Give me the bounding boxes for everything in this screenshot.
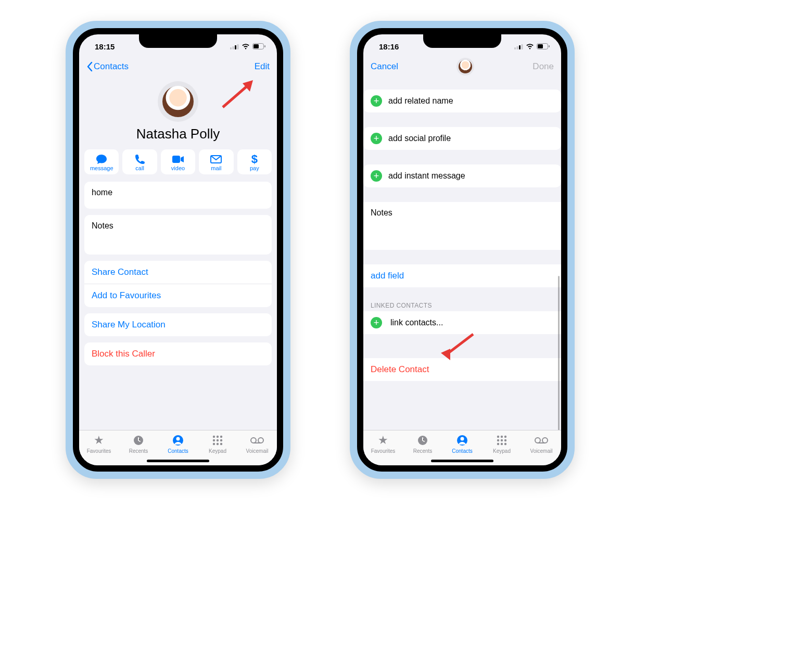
clock-icon (417, 434, 428, 447)
pay-button[interactable]: $ pay (237, 149, 272, 174)
clock: 18:16 (379, 42, 399, 51)
contact-name: Natasha Polly (79, 126, 277, 142)
home-indicator[interactable] (147, 460, 209, 462)
clock: 18:15 (95, 42, 115, 51)
svg-point-19 (217, 443, 219, 445)
notes-field[interactable]: Notes (84, 215, 272, 255)
video-button[interactable]: video (161, 149, 195, 174)
svg-rect-5 (253, 44, 259, 48)
battery-icon (252, 42, 265, 51)
wifi-icon (526, 42, 534, 51)
svg-point-39 (497, 439, 499, 441)
cancel-button[interactable]: Cancel (371, 61, 398, 72)
svg-point-21 (251, 438, 256, 443)
svg-rect-2 (235, 45, 236, 49)
video-icon (172, 154, 184, 165)
voicemail-icon (534, 434, 549, 447)
svg-point-37 (501, 436, 503, 438)
plus-icon: + (371, 133, 382, 144)
voicemail-icon (250, 434, 264, 447)
svg-point-18 (213, 443, 215, 445)
svg-point-22 (258, 438, 263, 443)
share-contact-button[interactable]: Share Contact (84, 261, 272, 284)
plus-icon: + (371, 317, 382, 328)
svg-point-36 (497, 436, 499, 438)
tab-recents[interactable]: Recents (407, 434, 438, 454)
keypad-icon (212, 434, 223, 447)
tab-keypad[interactable]: Keypad (486, 434, 517, 454)
call-button[interactable]: call (122, 149, 157, 174)
dollar-icon: $ (251, 154, 258, 165)
add-favourites-button[interactable]: Add to Favourites (84, 284, 272, 307)
cellular-icon (514, 42, 523, 51)
svg-rect-6 (264, 45, 265, 47)
star-icon: ★ (378, 434, 388, 447)
svg-point-15 (213, 439, 215, 441)
wifi-icon (242, 42, 250, 51)
delete-contact-button[interactable]: Delete Contact (363, 358, 561, 381)
add-instant-message-button[interactable]: + add instant message (363, 164, 561, 187)
svg-point-13 (217, 436, 219, 438)
person-icon (456, 434, 468, 447)
add-field-button[interactable]: add field (363, 264, 561, 287)
svg-rect-27 (517, 46, 518, 49)
edit-button[interactable]: Edit (255, 61, 270, 72)
svg-point-17 (220, 439, 222, 441)
add-related-name-button[interactable]: + add related name (363, 90, 561, 112)
action-row: message call video mail $ pay (79, 149, 277, 174)
block-caller-button[interactable]: Block this Caller (84, 342, 272, 365)
avatar-small[interactable] (456, 58, 474, 75)
tab-favourites[interactable]: ★ Favourites (367, 434, 399, 454)
svg-point-12 (213, 436, 215, 438)
tab-voicemail[interactable]: Voicemail (526, 434, 557, 454)
plus-icon: + (371, 95, 382, 107)
nav-bar: Cancel Done (363, 55, 561, 78)
home-indicator[interactable] (431, 460, 493, 462)
svg-rect-7 (172, 156, 180, 163)
person-icon (172, 434, 184, 447)
add-social-profile-button[interactable]: + add social profile (363, 127, 561, 150)
share-location-button[interactable]: Share My Location (84, 313, 272, 336)
svg-point-20 (220, 443, 222, 445)
nav-bar: Contacts Edit (79, 55, 277, 78)
tab-contacts[interactable]: Contacts (162, 434, 194, 454)
svg-point-35 (461, 437, 464, 441)
mail-icon (210, 154, 222, 165)
clock-icon (133, 434, 144, 447)
svg-rect-32 (549, 45, 550, 47)
notes-field[interactable]: Notes (363, 202, 561, 250)
svg-point-11 (176, 437, 180, 441)
scroll-indicator[interactable] (558, 276, 560, 430)
svg-point-44 (504, 443, 506, 445)
svg-point-46 (542, 438, 548, 443)
svg-point-41 (504, 439, 506, 441)
svg-point-16 (217, 439, 219, 441)
message-icon (96, 154, 107, 165)
mail-button[interactable]: mail (199, 149, 233, 174)
svg-rect-1 (233, 46, 234, 49)
tab-recents[interactable]: Recents (123, 434, 154, 454)
link-contacts-button[interactable]: + link contacts... (363, 311, 561, 334)
svg-point-40 (501, 439, 503, 441)
tab-voicemail[interactable]: Voicemail (242, 434, 273, 454)
cellular-icon (230, 42, 239, 51)
keypad-icon (497, 434, 507, 447)
home-field[interactable]: home (84, 182, 272, 209)
battery-icon (537, 42, 550, 51)
back-button[interactable]: Contacts (86, 61, 129, 72)
tab-contacts[interactable]: Contacts (447, 434, 478, 454)
svg-rect-29 (522, 44, 523, 49)
message-button[interactable]: message (84, 149, 119, 174)
svg-point-14 (220, 436, 222, 438)
svg-rect-0 (230, 47, 232, 49)
back-label: Contacts (94, 61, 129, 72)
star-icon: ★ (94, 434, 104, 447)
svg-rect-26 (514, 47, 516, 49)
avatar[interactable] (158, 81, 198, 122)
svg-point-38 (504, 436, 506, 438)
tab-favourites[interactable]: ★ Favourites (83, 434, 115, 454)
linked-contacts-header: LINKED CONTACTS (363, 299, 561, 311)
tab-keypad[interactable]: Keypad (202, 434, 233, 454)
done-button[interactable]: Done (532, 61, 554, 72)
plus-icon: + (371, 170, 382, 182)
